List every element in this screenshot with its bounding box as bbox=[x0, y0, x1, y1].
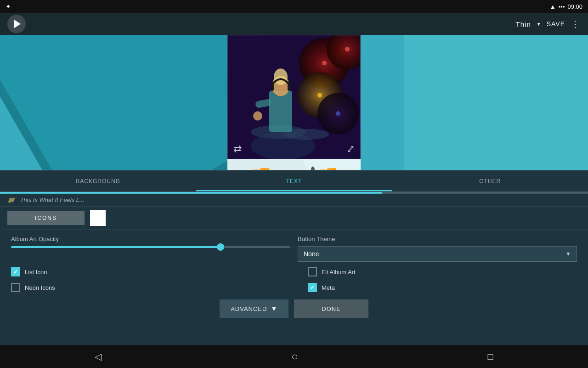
album-art-opacity-label: Album Art Opacity bbox=[11, 236, 290, 242]
album-art-svg bbox=[228, 35, 361, 159]
fit-album-art-checkbox-row[interactable]: Fit Album Art bbox=[308, 267, 577, 276]
more-options-icon[interactable]: ⋮ bbox=[571, 18, 581, 29]
album-overlay-icons: ⇄ ⤢ bbox=[228, 143, 360, 155]
svg-point-4 bbox=[345, 47, 350, 52]
svg-point-8 bbox=[336, 111, 340, 116]
tab-other[interactable]: OTHER bbox=[392, 171, 588, 191]
play-button[interactable] bbox=[7, 15, 26, 33]
done-button[interactable]: DONE bbox=[294, 299, 368, 318]
button-theme-value: None bbox=[304, 250, 319, 258]
neon-icons-label: Neon Icons bbox=[25, 284, 55, 291]
song-title: This Is What It Feels L... bbox=[20, 196, 85, 203]
settings-grid: Album Art Opacity Button Theme None ▼ bbox=[0, 230, 588, 267]
back-button[interactable]: ◁ bbox=[91, 347, 105, 366]
checkboxes-section: List Icon Fit Album Art Neon Icons Meta bbox=[0, 267, 588, 292]
wifi-icon: ▲ bbox=[550, 3, 556, 10]
svg-rect-12 bbox=[269, 91, 292, 132]
album-art: ⇄ ⤢ bbox=[227, 35, 361, 159]
icons-label[interactable]: ICONS bbox=[7, 211, 85, 225]
time-display: 09:00 bbox=[567, 3, 582, 10]
bottom-panel: BACKGROUND TEXT OTHER 📁 This Is What It … bbox=[0, 170, 588, 345]
status-right: ▲ ▪▪▪ 09:00 bbox=[550, 3, 582, 10]
crossfade-icon[interactable]: ⤢ bbox=[346, 143, 355, 155]
neon-icons-checkbox-row[interactable]: Neon Icons bbox=[11, 283, 280, 292]
list-icon-checkbox-row[interactable]: List Icon bbox=[11, 267, 280, 276]
album-area: ⇄ ⤢ ⏮ ⏪ ⏩ ⏭ bbox=[227, 35, 361, 187]
android-icon: ✦ bbox=[6, 3, 11, 10]
color-swatch[interactable] bbox=[90, 210, 106, 226]
tab-indicator bbox=[196, 190, 392, 191]
toolbar: Thin ▼ SAVE ⋮ bbox=[0, 13, 588, 35]
list-icon-label: List Icon bbox=[25, 269, 47, 276]
dropdown-arrow-icon: ▼ bbox=[565, 251, 571, 257]
shuffle-icon[interactable]: ⇄ bbox=[233, 143, 242, 155]
status-bar: ✦ ▲ ▪▪▪ 09:00 bbox=[0, 0, 588, 13]
tab-background[interactable]: BACKGROUND bbox=[0, 171, 196, 191]
song-bar: 📁 This Is What It Feels L... bbox=[0, 194, 588, 207]
meta-checkbox[interactable] bbox=[308, 283, 317, 292]
svg-point-2 bbox=[322, 61, 327, 65]
button-theme-setting: Button Theme None ▼ bbox=[298, 236, 577, 262]
slider-thumb[interactable] bbox=[217, 243, 224, 251]
svg-point-14 bbox=[274, 69, 288, 85]
meta-label: Meta bbox=[322, 284, 335, 291]
button-theme-label: Button Theme bbox=[298, 236, 577, 242]
svg-point-18 bbox=[253, 111, 262, 121]
album-art-opacity-slider[interactable] bbox=[11, 246, 290, 248]
tab-bar: BACKGROUND TEXT OTHER bbox=[0, 171, 588, 192]
font-dropdown-icon[interactable]: ▼ bbox=[537, 22, 541, 27]
icons-row: ICONS bbox=[0, 207, 588, 230]
album-art-content: ⇄ ⤢ bbox=[228, 35, 360, 159]
save-button[interactable]: SAVE bbox=[547, 20, 565, 28]
status-left: ✦ bbox=[6, 3, 11, 10]
folder-icon: 📁 bbox=[7, 196, 15, 203]
album-art-opacity-setting: Album Art Opacity bbox=[11, 236, 290, 262]
font-style-label: Thin bbox=[516, 20, 531, 28]
button-theme-dropdown[interactable]: None ▼ bbox=[298, 246, 577, 262]
list-icon-checkbox[interactable] bbox=[11, 267, 20, 276]
tab-text[interactable]: TEXT bbox=[196, 171, 392, 191]
neon-icons-checkbox[interactable] bbox=[11, 283, 20, 292]
bottom-buttons: ADVANCED ▼ DONE bbox=[0, 292, 588, 325]
svg-point-6 bbox=[317, 93, 322, 98]
toolbar-right: Thin ▼ SAVE ⋮ bbox=[516, 18, 581, 29]
fit-album-art-checkbox[interactable] bbox=[308, 267, 317, 276]
advanced-button[interactable]: ADVANCED ▼ bbox=[220, 299, 288, 318]
battery-icon: ▪▪▪ bbox=[559, 3, 565, 10]
fit-album-art-label: Fit Album Art bbox=[322, 269, 356, 276]
home-button[interactable]: ○ bbox=[288, 346, 302, 367]
nav-bar: ◁ ○ □ bbox=[0, 345, 588, 368]
slider-fill bbox=[11, 246, 220, 248]
advanced-chevron-icon: ▼ bbox=[271, 305, 277, 312]
meta-checkbox-row[interactable]: Meta bbox=[308, 283, 577, 292]
recents-button[interactable]: □ bbox=[484, 348, 497, 366]
